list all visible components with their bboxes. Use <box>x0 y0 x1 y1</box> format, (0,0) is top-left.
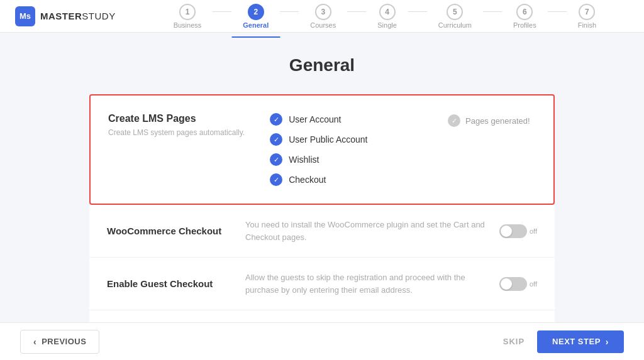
woocommerce-checkout-row: WooCommerce Checkout You need to install… <box>89 205 555 258</box>
guest-checkout-label: Enable Guest Checkout <box>107 278 245 289</box>
pages-generated-icon: ✓ <box>448 114 460 127</box>
woocommerce-label: WooCommerce Checkout <box>107 226 245 236</box>
check-icon-4: ✓ <box>270 173 282 186</box>
next-step-button[interactable]: NEXT STEP › <box>537 330 624 353</box>
woocommerce-toggle-label: off <box>530 227 537 235</box>
guest-checkout-row: Enable Guest Checkout Allow the guests t… <box>89 258 555 310</box>
checklist-item-1: ✓ User Account <box>270 113 423 126</box>
step-7-label: Finish <box>578 21 596 29</box>
step-connector-5 <box>483 11 502 12</box>
logo-text: MASTERSTUDY <box>40 11 116 21</box>
step-5-number: 5 <box>447 4 463 20</box>
step-1-label: Business <box>174 21 202 29</box>
step-6-label: Profiles <box>513 21 536 29</box>
step-3-number: 3 <box>315 4 331 20</box>
logo: Ms MASTERSTUDY <box>15 6 116 26</box>
step-4-number: 4 <box>379 4 396 20</box>
check-icon-3: ✓ <box>270 153 282 166</box>
step-1[interactable]: 1 Business <box>162 4 213 29</box>
step-4[interactable]: 4 Single <box>366 4 408 29</box>
top-bar: Ms MASTERSTUDY 1 Business 2 General 3 Co… <box>0 0 644 33</box>
guest-checkout-toggle[interactable]: off <box>499 277 537 291</box>
step-4-label: Single <box>377 21 397 29</box>
checklist-item-2: ✓ User Public Account <box>270 133 423 146</box>
step-connector-1 <box>213 11 231 12</box>
step-2-label: General <box>243 21 269 29</box>
next-step-label: NEXT STEP <box>552 337 601 346</box>
guest-checkout-control: off <box>487 277 537 291</box>
check-icon-2: ✓ <box>270 133 282 146</box>
guest-checkout-toggle-track[interactable] <box>499 277 527 291</box>
wizard-steps: 1 Business 2 General 3 Courses 4 Single … <box>141 4 629 29</box>
step-5-label: Curriculum <box>438 21 472 29</box>
step-3[interactable]: 3 Courses <box>299 4 347 29</box>
step-2-number: 2 <box>248 4 264 20</box>
next-arrow-icon: › <box>606 337 609 347</box>
guest-checkout-desc: Allow the guests to skip the registratio… <box>245 271 487 296</box>
guest-checkout-toggle-label: off <box>530 280 537 288</box>
step-7-number: 7 <box>579 4 595 20</box>
previous-arrow-icon: ‹ <box>33 337 36 347</box>
skip-label[interactable]: SKIP <box>503 337 525 346</box>
page-title: General <box>89 55 555 75</box>
pages-generated-label: Pages generated! <box>465 116 530 126</box>
checklist-item-3: ✓ Wishlist <box>270 153 423 166</box>
step-connector-2 <box>280 11 299 12</box>
bottom-bar: ‹ PREVIOUS SKIP NEXT STEP › <box>0 322 644 360</box>
woocommerce-toggle-thumb <box>501 226 512 237</box>
step-5[interactable]: 5 Curriculum <box>427 4 483 29</box>
checklist-label-4: Checkout <box>289 175 326 185</box>
previous-button[interactable]: ‹ PREVIOUS <box>20 330 99 354</box>
card-left: Create LMS Pages Create LMS system pages… <box>108 113 245 137</box>
woocommerce-toggle[interactable]: off <box>499 224 537 238</box>
step-connector-6 <box>548 11 567 12</box>
create-lms-pages-card: Create LMS Pages Create LMS system pages… <box>89 94 555 205</box>
logo-icon: Ms <box>15 6 35 26</box>
check-icon-1: ✓ <box>270 113 282 126</box>
main-content: General Create LMS Pages Create LMS syst… <box>77 33 567 360</box>
checklist-label-1: User Account <box>289 114 341 124</box>
step-connector-4 <box>408 11 427 12</box>
card-checklist: ✓ User Account ✓ User Public Account ✓ W… <box>270 113 423 186</box>
step-2[interactable]: 2 General <box>231 4 280 29</box>
pages-generated-status: ✓ Pages generated! <box>448 113 536 127</box>
step-3-label: Courses <box>310 21 336 29</box>
create-lms-title: Create LMS Pages <box>108 113 245 124</box>
step-7[interactable]: 7 Finish <box>567 4 608 29</box>
step-6[interactable]: 6 Profiles <box>502 4 548 29</box>
step-6-number: 6 <box>516 4 533 20</box>
woocommerce-toggle-track[interactable] <box>499 224 527 238</box>
create-lms-desc: Create LMS system pages automatically. <box>108 128 245 137</box>
previous-label: PREVIOUS <box>42 337 86 346</box>
step-1-number: 1 <box>179 4 196 20</box>
woocommerce-control: off <box>487 224 537 238</box>
guest-checkout-toggle-thumb <box>501 278 512 290</box>
checklist-item-4: ✓ Checkout <box>270 173 423 186</box>
checklist-label-2: User Public Account <box>289 134 367 145</box>
step-connector-3 <box>347 11 366 12</box>
woocommerce-desc: You need to install the WooCommerce plug… <box>245 219 487 243</box>
checklist-label-3: Wishlist <box>289 155 319 165</box>
